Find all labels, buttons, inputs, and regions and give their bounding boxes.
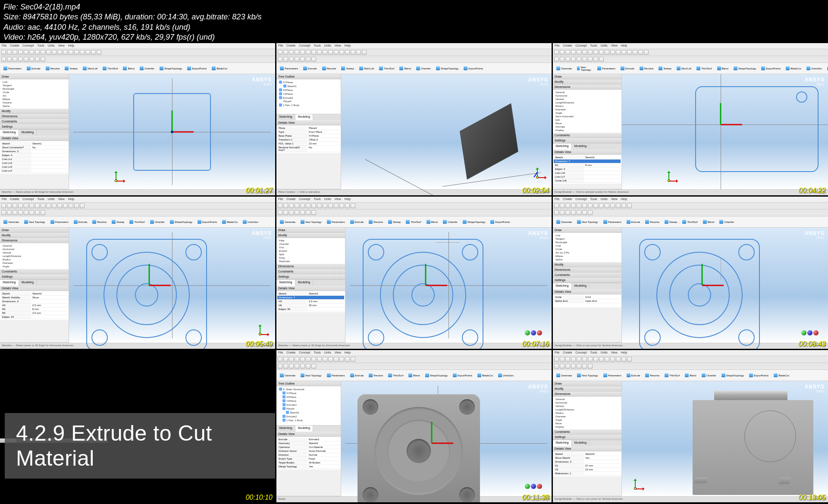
panel-constraints[interactable]: Constraints [0,119,69,124]
section-title: 4.2.9 Extrude to Cut Material [5,413,275,479]
panel-draw[interactable]: Draw [0,74,69,79]
sketch-outline [695,86,819,172]
base-sketch [86,239,207,349]
toolbar-2[interactable] [0,56,275,63]
thumb-6: FileCreateConceptToolsUnitsViewHelp Gene… [553,197,828,349]
thumbnail-grid: FileCreateConceptToolsUnitsViewHelp Para… [0,43,828,502]
thumb-8: FileCreateConceptToolsUnitsViewHelp Gene… [276,350,552,502]
ribbon[interactable]: Parameters Extrude Revolve Sweep Skin/Lo… [0,63,275,74]
thumb-3: FileCreateConceptToolsUnitsViewHelp Gene… [553,43,828,195]
panel-settings[interactable]: Settings [0,124,69,129]
solid-model-top [358,394,480,502]
thumb-1: FileCreateConceptToolsUnitsViewHelp Para… [0,43,275,195]
thumb-4: FileCreateConceptToolsUnitsViewHelp Gene… [0,197,275,349]
viewport-3d[interactable]: ANSYS R18.2 [69,74,275,189]
menubar[interactable]: FileCreateConceptToolsUnitsViewHelp [0,43,275,49]
thumb-5: FileCreateConceptToolsUnitsViewHelp Gene… [276,197,552,349]
panel-modify[interactable]: Modify [0,109,69,114]
thumb-7: 4.2.9 Extrude to Cut Material 00:10:10 [0,350,275,502]
statusbar: Sketcher — Select preset or 2D Edge for … [0,189,275,195]
thumb-2: FileCreateConceptToolsUnitsViewHelp Para… [276,43,552,195]
panel-dimensions[interactable]: Dimensions [0,114,69,119]
ansys-logo: ANSYS [252,77,272,83]
triad-icon[interactable] [108,168,125,185]
panel-details: Details View [0,136,69,141]
solid-model-side [693,400,813,495]
thumb-9: FileCreateConceptToolsUnitsViewHelp Gene… [553,350,828,502]
timestamp: 00:01:27 [246,187,273,194]
sketch-plane-iso [460,103,518,180]
toolbar-main[interactable] [0,49,275,56]
sidebar: Draw LineTangentRectangleCircleArcEllips… [0,74,69,189]
